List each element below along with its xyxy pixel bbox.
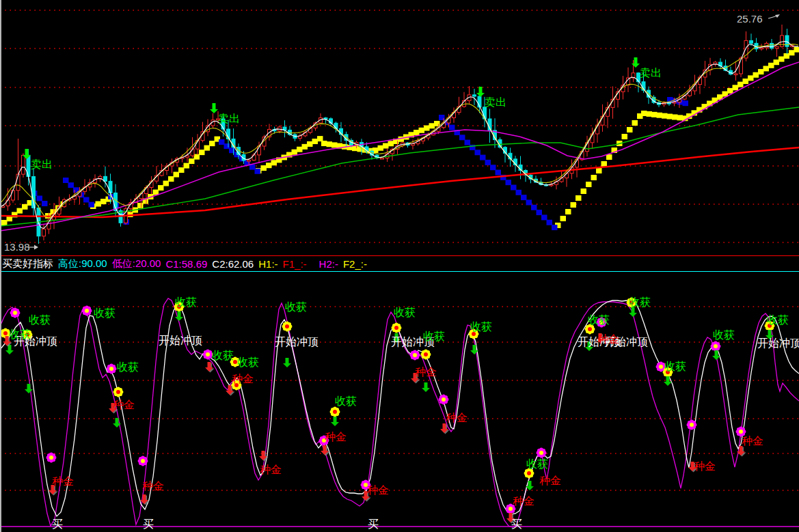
plant-label: 种金	[597, 333, 619, 345]
buy-label: 买	[511, 518, 522, 530]
harvest-label: 收获	[713, 329, 735, 341]
harvest-label: 收获	[9, 328, 31, 340]
trend-band-step	[137, 203, 144, 208]
trend-band-step	[249, 165, 256, 170]
trend-band-step	[581, 188, 587, 194]
trend-band-step	[158, 185, 164, 191]
trend-band-step	[465, 140, 471, 145]
ma-line-mid	[0, 107, 799, 226]
trend-band-step	[743, 79, 749, 84]
down-arrow-icon	[25, 384, 33, 393]
trend-band-step	[178, 167, 185, 173]
plant-label: 种金	[367, 484, 389, 496]
trend-band-step	[22, 204, 28, 210]
indicator-title[interactable]: 买卖好指标	[2, 257, 53, 270]
trend-band-step	[667, 114, 673, 120]
trend-band-step	[96, 201, 102, 207]
trend-band-step	[485, 160, 491, 165]
sell-signal-label: 卖出	[218, 113, 240, 124]
plant-label: 种金	[694, 460, 716, 472]
trend-band-step	[292, 150, 298, 155]
trend-band-step	[168, 176, 174, 182]
trend-band-step	[184, 163, 190, 169]
trend-band-step	[302, 144, 308, 150]
trend-band-step	[255, 169, 261, 174]
indicator-field: 低位:20.00	[112, 257, 161, 270]
trend-band-step	[531, 205, 537, 210]
trend-band-step	[778, 57, 785, 62]
indicator-field: F1_:-	[283, 258, 307, 270]
candle-body	[12, 191, 15, 200]
trend-band-step	[662, 113, 668, 119]
plant-label: 种金	[415, 366, 437, 378]
harvest-label: 收获	[29, 314, 51, 326]
flower-sun-icon	[282, 322, 293, 332]
trend-band-step	[271, 160, 277, 165]
flower-sun-icon	[113, 387, 124, 397]
high-price-label: 25.76	[737, 13, 763, 25]
trend-band-step	[794, 47, 799, 53]
flower-pink-icon	[107, 364, 117, 374]
plant-label: 种金	[325, 431, 347, 443]
down-arrow-icon	[5, 345, 14, 354]
harvest-label: 收获	[237, 356, 259, 368]
trend-band-step	[352, 145, 358, 151]
down-arrow-icon	[331, 417, 339, 426]
trend-band-step	[480, 155, 486, 160]
candle-body	[381, 158, 384, 159]
trend-band-step	[601, 161, 608, 167]
trend-band-step	[651, 112, 658, 117]
trend-band-step	[475, 150, 481, 155]
candle-body	[734, 74, 737, 75]
harvest-label: 收获	[117, 361, 139, 373]
buy-label: 买	[143, 518, 154, 530]
trend-band-step	[224, 143, 230, 149]
flower-pink-icon	[138, 456, 148, 466]
candle-body	[473, 95, 476, 96]
candle-body	[109, 181, 112, 193]
indicator-chart[interactable]: 开始冲顶开始冲顶开始冲顶开始冲顶开始冲顶开始冲顶开始冲顶收获收获收获收获收获收获…	[0, 272, 799, 532]
trend-band-step	[560, 216, 567, 221]
trend-band-step	[641, 111, 647, 116]
trend-band-step	[388, 141, 394, 146]
indicator-field: H1:-	[258, 258, 277, 270]
trend-band-step	[312, 139, 319, 144]
sell-signal-label: 卖出	[485, 96, 506, 108]
trend-band-step	[683, 100, 689, 106]
trend-band-step	[591, 175, 597, 180]
candle-body	[42, 229, 46, 236]
harvest-label: 收获	[285, 301, 307, 313]
buy-label: 买	[52, 518, 63, 530]
trend-band-step	[89, 202, 95, 208]
main-candlestick-chart[interactable]: 卖出卖出卖出卖出25.7613.98	[0, 0, 799, 255]
trend-band-step	[153, 190, 159, 195]
flower-pink-icon	[10, 308, 21, 318]
down-arrow-icon	[476, 87, 485, 97]
trend-band-step	[541, 214, 547, 220]
trend-band-step	[622, 134, 628, 139]
plant-label: 种金	[742, 435, 763, 447]
trend-band-step	[763, 66, 770, 71]
indicator-field: H2:-	[319, 258, 338, 270]
trend-band-step	[784, 53, 790, 59]
flower-sun-icon	[421, 350, 431, 360]
flower-pink-icon	[687, 420, 697, 430]
trading-app-window: 卖出卖出卖出卖出25.7613.98 买卖好指标 高位:90.00低位:20.0…	[0, 0, 799, 532]
trend-band-step	[42, 201, 48, 206]
plant-label: 种金	[260, 464, 282, 475]
trend-band-step	[552, 225, 558, 230]
harvest-label: 收获	[526, 458, 548, 470]
plant-label: 种金	[232, 373, 254, 384]
trend-band-step	[209, 141, 215, 146]
harvest-label: 收获	[470, 321, 492, 333]
summit-label: 开始冲顶	[159, 335, 202, 346]
harvest-label: 收获	[335, 395, 357, 407]
trend-band-step	[429, 123, 435, 128]
candle-body	[22, 155, 25, 174]
harvest-label: 收获	[664, 361, 686, 372]
summit-label: 开始冲顶	[275, 336, 319, 348]
trend-band-step	[219, 139, 225, 145]
trend-band-step	[632, 120, 638, 126]
flower-pink-icon	[46, 453, 57, 463]
trend-band-step	[748, 75, 754, 81]
